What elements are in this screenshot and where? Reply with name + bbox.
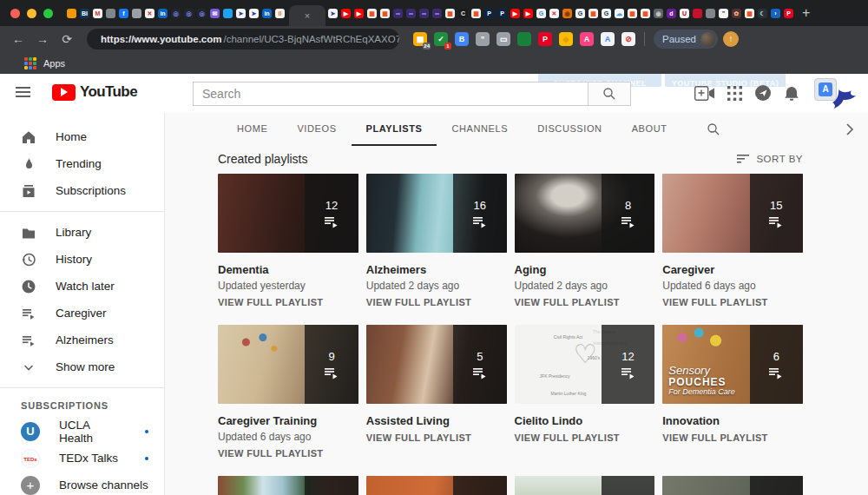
tabs-overflow-chevron-icon[interactable] bbox=[845, 113, 854, 146]
browser-tab[interactable]: ◉ bbox=[654, 9, 663, 18]
view-full-playlist-link[interactable]: VIEW FULL PLAYLIST bbox=[662, 297, 803, 307]
browser-tab[interactable] bbox=[132, 9, 141, 18]
notifications-bell-icon[interactable] bbox=[784, 84, 799, 102]
playlist-title[interactable]: Aging bbox=[515, 263, 655, 276]
extension-icon[interactable]: ” bbox=[476, 32, 490, 46]
window-control-button[interactable] bbox=[43, 9, 53, 18]
browser-tab[interactable] bbox=[693, 9, 702, 18]
sort-by-button[interactable]: SORT BY bbox=[737, 154, 803, 164]
extension-icon[interactable]: ▭ bbox=[496, 32, 510, 46]
sidebar-item-ucla-health[interactable]: U UCLA Health bbox=[0, 418, 164, 445]
browser-tab[interactable]: f bbox=[119, 9, 128, 18]
extension-icon[interactable]: A bbox=[580, 32, 594, 46]
browser-tab[interactable]: C bbox=[458, 9, 468, 18]
playlist-thumbnail[interactable]: 8 bbox=[515, 174, 655, 253]
browser-tab[interactable]: ✉ bbox=[210, 9, 220, 18]
playlist-thumbnail[interactable]: 5 bbox=[366, 325, 507, 404]
channel-search-icon[interactable] bbox=[707, 113, 720, 146]
view-full-playlist-link[interactable]: VIEW FULL PLAYLIST bbox=[515, 432, 655, 443]
browser-tab[interactable]: ✿ bbox=[732, 9, 741, 18]
playlist-title[interactable]: Cielito Lindo bbox=[515, 414, 655, 427]
create-video-icon[interactable] bbox=[694, 86, 715, 101]
playlist-title[interactable]: Alzheimers bbox=[366, 263, 507, 276]
playlist-title[interactable]: Caregiver Training bbox=[218, 414, 358, 427]
playlist-thumbnail[interactable]: 12 bbox=[218, 174, 358, 253]
browser-tab[interactable]: ∞ bbox=[406, 9, 416, 18]
browser-tab[interactable]: ▦ bbox=[589, 9, 598, 18]
sidebar-item-trending[interactable]: Trending bbox=[0, 150, 164, 177]
browser-tab[interactable]: ◎ bbox=[197, 9, 207, 18]
profile-paused-chip[interactable]: Paused bbox=[654, 30, 718, 49]
playlist-card[interactable]: 22 bbox=[662, 476, 803, 495]
browser-tab[interactable]: G bbox=[602, 9, 611, 18]
browser-tab[interactable]: ▶ bbox=[341, 9, 351, 18]
playlist-card[interactable]: 15 Caregiver Updated 6 days ago VIEW FUL… bbox=[662, 174, 803, 307]
tab-discussion[interactable]: DISCUSSION bbox=[523, 113, 616, 146]
browser-tab[interactable]: ∞ bbox=[393, 9, 403, 18]
browser-tab[interactable] bbox=[706, 9, 715, 18]
view-full-playlist-link[interactable]: VIEW FULL PLAYLIST bbox=[218, 297, 358, 307]
browser-tab[interactable]: P bbox=[497, 9, 507, 18]
extension-icon[interactable]: P bbox=[538, 32, 552, 46]
view-full-playlist-link[interactable]: VIEW FULL PLAYLIST bbox=[218, 448, 358, 459]
menu-icon[interactable] bbox=[16, 87, 30, 100]
playlist-title[interactable]: Caregiver bbox=[662, 263, 803, 276]
browser-tab[interactable]: ✕ bbox=[549, 9, 559, 18]
browser-tab[interactable]: ▦ bbox=[745, 9, 754, 18]
playlist-card[interactable]: ♡ Civil Rights Act Voting Rights Act 196… bbox=[515, 325, 655, 459]
browser-tab[interactable]: G bbox=[536, 9, 546, 18]
browser-tab[interactable]: ▶ bbox=[523, 9, 533, 18]
playlist-title[interactable]: Assisted Living bbox=[366, 414, 507, 427]
extension-icon[interactable]: ⊘ bbox=[621, 32, 635, 46]
extension-icon[interactable] bbox=[517, 32, 531, 46]
browser-tab[interactable]: ◉ bbox=[562, 9, 572, 18]
playlist-thumbnail[interactable]: SAN MIGUEL 22 bbox=[366, 476, 507, 495]
youtube-logo[interactable]: YouTube bbox=[52, 83, 137, 101]
sidebar-item-browse-channels[interactable]: + Browse channels bbox=[0, 472, 164, 495]
browser-tab[interactable]: ∞ bbox=[432, 9, 442, 18]
playlist-thumbnail[interactable]: 8 bbox=[218, 476, 358, 495]
extension-icon[interactable]: A bbox=[601, 32, 615, 46]
browser-tab[interactable]: G bbox=[575, 9, 585, 18]
extension-icon[interactable]: ▦24 bbox=[413, 32, 427, 46]
browser-tab[interactable]: U bbox=[680, 9, 689, 18]
playlist-card[interactable]: 12 Dementia Updated yesterday VIEW FULL … bbox=[218, 174, 358, 307]
view-full-playlist-link[interactable]: VIEW FULL PLAYLIST bbox=[662, 432, 803, 443]
tab-playlists[interactable]: PLAYLISTS bbox=[352, 113, 437, 146]
playlist-thumbnail[interactable]: 15 bbox=[662, 174, 803, 253]
browser-tab[interactable]: ▦ bbox=[380, 9, 390, 18]
browser-tab[interactable]: d bbox=[667, 9, 676, 18]
browser-tab[interactable]: ◎ bbox=[184, 9, 194, 18]
view-full-playlist-link[interactable]: VIEW FULL PLAYLIST bbox=[515, 297, 655, 307]
sidebar-item-alzheimers[interactable]: Alzheimers bbox=[0, 327, 164, 353]
browser-tab[interactable]: ▦ bbox=[641, 9, 650, 18]
browser-tab[interactable]: ▶ bbox=[510, 9, 520, 18]
browser-tab[interactable] bbox=[223, 9, 233, 18]
window-control-button[interactable] bbox=[27, 9, 36, 18]
tab-channels[interactable]: CHANNELS bbox=[437, 113, 523, 146]
browser-tab[interactable]: ▦ bbox=[628, 9, 637, 18]
browser-tab[interactable]: ➤ bbox=[328, 9, 338, 18]
apps-bookmark[interactable]: Apps bbox=[43, 58, 65, 69]
playlist-card[interactable]: Sensory POUCHES For Dementia Care 6 Inno… bbox=[662, 325, 803, 459]
messages-icon[interactable] bbox=[754, 84, 772, 102]
playlist-card[interactable]: 9 Caregiver Training Updated 6 days ago … bbox=[218, 325, 358, 459]
playlist-thumbnail[interactable]: 22 bbox=[662, 476, 803, 495]
browser-tab[interactable]: ◎ bbox=[171, 9, 181, 18]
playlist-title[interactable]: Innovation bbox=[662, 414, 803, 427]
playlist-card[interactable]: 16 Alzheimers Updated 2 days ago VIEW FU… bbox=[366, 174, 507, 307]
tab-about[interactable]: ABOUT bbox=[617, 113, 682, 146]
browser-tab[interactable]: ➤ bbox=[249, 9, 259, 18]
extension-icon[interactable]: ✓1 bbox=[434, 32, 448, 46]
apps-icon[interactable] bbox=[727, 86, 742, 101]
search-button[interactable] bbox=[588, 82, 631, 106]
new-tab-button[interactable]: + bbox=[802, 5, 810, 21]
search-input[interactable] bbox=[193, 82, 588, 106]
sidebar-item-show-more[interactable]: Show more bbox=[0, 353, 164, 380]
update-icon[interactable]: ↑ bbox=[723, 31, 739, 47]
browser-tab[interactable]: M bbox=[93, 9, 102, 18]
playlist-card[interactable]: 8 Aging Updated 2 days ago VIEW FULL PLA… bbox=[515, 174, 655, 307]
browser-tab[interactable]: ▶ bbox=[354, 9, 364, 18]
browser-tab[interactable]: BI bbox=[80, 9, 89, 18]
browser-tab[interactable]: ∞ bbox=[419, 9, 429, 18]
